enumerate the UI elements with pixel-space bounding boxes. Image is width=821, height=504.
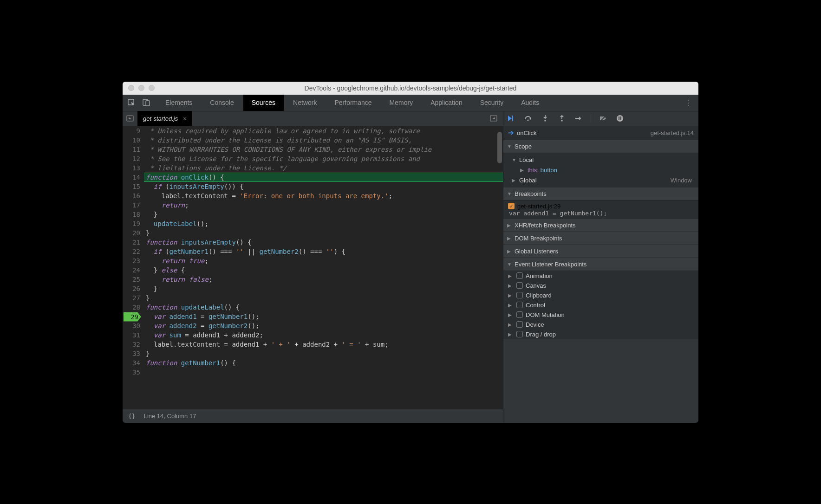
svg-rect-5 [512, 116, 513, 121]
code-line: } else { [144, 265, 503, 275]
call-frame-row[interactable]: ➔ onClick get-started.js:14 [503, 126, 698, 140]
breakpoint-marker[interactable]: 29 [124, 312, 141, 322]
event-category-checkbox[interactable] [516, 331, 523, 337]
event-category-drag-drop[interactable]: ▶Drag / drop [503, 330, 698, 339]
close-icon[interactable]: × [182, 115, 188, 122]
line-number[interactable]: 13 [123, 163, 140, 173]
scope-this-row[interactable]: ▶ this: button [510, 165, 698, 175]
more-menu-icon[interactable]: ⋮ [682, 98, 695, 107]
zoom-window-icon[interactable] [149, 85, 155, 91]
code-line: function getNumber1() { [144, 358, 503, 368]
event-category-clipboard[interactable]: ▶Clipboard [503, 291, 698, 300]
tab-sources[interactable]: Sources [243, 94, 284, 111]
line-number[interactable]: 28 [123, 303, 140, 312]
event-category-animation[interactable]: ▶Animation [503, 271, 698, 281]
step-over-button[interactable] [524, 114, 533, 123]
scope-section-header[interactable]: ▼ Scope [503, 140, 698, 153]
tab-network[interactable]: Network [285, 94, 325, 111]
pause-on-exceptions-button[interactable] [615, 114, 625, 123]
line-number[interactable]: 23 [123, 256, 140, 265]
event-category-checkbox[interactable] [516, 272, 523, 279]
scope-this-value: button [541, 167, 557, 174]
tab-console[interactable]: Console [202, 94, 242, 111]
line-number[interactable]: 21 [123, 238, 140, 247]
line-number[interactable]: 27 [123, 293, 140, 303]
tab-audits[interactable]: Audits [513, 94, 547, 111]
line-number[interactable]: 9 [123, 126, 140, 136]
line-number[interactable]: 20 [123, 228, 140, 238]
panel-tabs: ElementsConsoleSourcesNetworkPerformance… [157, 94, 682, 111]
line-number[interactable]: 34 [123, 358, 140, 368]
step-out-button[interactable] [557, 114, 567, 123]
tab-memory[interactable]: Memory [381, 94, 422, 111]
line-number[interactable]: 10 [123, 136, 140, 145]
scrollbar-thumb[interactable] [497, 132, 502, 163]
section-header-dom-breakpoints[interactable]: ▶DOM Breakpoints [503, 232, 698, 245]
event-category-device[interactable]: ▶Device [503, 320, 698, 330]
sources-navigator-icon[interactable] [123, 115, 137, 122]
line-number[interactable]: 31 [123, 330, 140, 340]
step-button[interactable] [574, 114, 583, 123]
code-line: * WITHOUT WARRANTIES OR CONDITIONS OF AN… [144, 145, 503, 154]
event-category-control[interactable]: ▶Control [503, 300, 698, 310]
line-number[interactable]: 18 [123, 210, 140, 219]
breakpoint-checkbox[interactable]: ✓ [508, 203, 515, 209]
event-category-checkbox[interactable] [516, 321, 523, 328]
code-line: updateLabel(); [144, 219, 503, 228]
scope-local-row[interactable]: ▼ Local [510, 155, 698, 165]
format-icon[interactable]: {} [128, 413, 136, 420]
line-number[interactable]: 25 [123, 275, 140, 284]
svg-point-9 [617, 115, 623, 122]
line-number[interactable]: 24 [123, 265, 140, 275]
tab-performance[interactable]: Performance [326, 94, 380, 111]
line-number[interactable]: 33 [123, 349, 140, 358]
devtools-window: DevTools - googlechrome.github.io/devtoo… [123, 82, 698, 423]
scope-global-row[interactable]: ▶ Global Window [510, 175, 698, 186]
line-number[interactable]: 22 [123, 247, 140, 256]
minimize-window-icon[interactable] [138, 85, 144, 91]
device-toggle-icon[interactable] [141, 97, 151, 108]
line-number[interactable]: 11 [123, 145, 140, 154]
section-header-xhr-fetch-breakpoints[interactable]: ▶XHR/fetch Breakpoints [503, 219, 698, 232]
tab-application[interactable]: Application [422, 94, 471, 111]
step-into-button[interactable] [541, 114, 550, 123]
inspect-icon[interactable] [126, 97, 137, 108]
event-category-label: Animation [526, 272, 553, 279]
line-number[interactable]: 14 [123, 173, 140, 182]
deactivate-breakpoints-button[interactable] [599, 114, 608, 123]
event-category-dom-mutation[interactable]: ▶DOM Mutation [503, 310, 698, 320]
line-number[interactable]: 15 [123, 182, 140, 191]
line-number[interactable]: 30 [123, 321, 140, 330]
resume-button[interactable] [507, 114, 516, 123]
line-number[interactable]: 35 [123, 368, 140, 377]
line-number[interactable]: 12 [123, 154, 140, 163]
window-titlebar: DevTools - googlechrome.github.io/devtoo… [123, 82, 698, 95]
line-number[interactable]: 32 [123, 340, 140, 349]
line-number[interactable]: 29 [123, 312, 140, 321]
event-category-checkbox[interactable] [516, 302, 523, 308]
event-category-canvas[interactable]: ▶Canvas [503, 281, 698, 291]
breakpoint-item[interactable]: ✓get-started.js:29var addend1 = getNumbe… [503, 200, 698, 219]
scope-global-value: Window [671, 177, 698, 184]
tab-elements[interactable]: Elements [157, 94, 201, 111]
line-number[interactable]: 16 [123, 191, 140, 200]
event-category-checkbox[interactable] [516, 282, 523, 289]
breakpoints-section-header[interactable]: ▼ Breakpoints [503, 187, 698, 200]
svg-rect-10 [619, 116, 619, 120]
tab-security[interactable]: Security [472, 94, 512, 111]
code-editor[interactable]: 9101112131415161718192021222324252627282… [123, 126, 503, 409]
section-header-global-listeners[interactable]: ▶Global Listeners [503, 245, 698, 258]
svg-point-8 [561, 120, 563, 122]
line-number[interactable]: 19 [123, 219, 140, 228]
line-number[interactable]: 17 [123, 200, 140, 210]
line-number[interactable]: 26 [123, 284, 140, 293]
debugger-sidebar-toggle-icon[interactable] [488, 115, 503, 122]
event-category-checkbox[interactable] [516, 292, 523, 298]
event-category-checkbox[interactable] [516, 311, 523, 318]
close-window-icon[interactable] [128, 85, 134, 91]
chevron-down-icon: ▼ [507, 144, 513, 149]
section-header-event-listener-breakpoints[interactable]: ▼Event Listener Breakpoints [503, 258, 698, 271]
file-tab-get-started[interactable]: get-started.js × [137, 111, 192, 126]
call-frame-arrow-icon: ➔ [508, 129, 514, 137]
line-number-gutter[interactable]: 9101112131415161718192021222324252627282… [123, 126, 144, 409]
